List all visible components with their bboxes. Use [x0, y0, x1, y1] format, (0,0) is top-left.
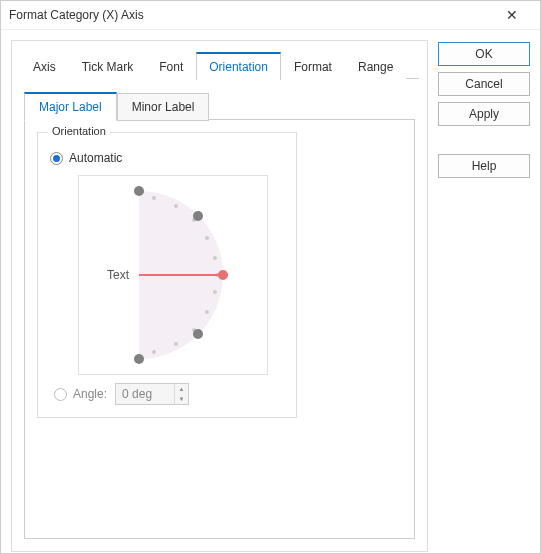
close-button[interactable]: ✕ [492, 1, 532, 29]
svg-point-13 [218, 270, 228, 280]
button-column: OK Cancel Apply Help [438, 40, 530, 552]
radio-angle[interactable]: Angle: [54, 387, 107, 401]
radio-automatic-indicator [50, 152, 63, 165]
tab-orientation[interactable]: Orientation [196, 52, 281, 80]
svg-point-14 [193, 329, 203, 339]
svg-point-11 [134, 186, 144, 196]
tab-tick-mark[interactable]: Tick Mark [69, 53, 147, 80]
format-axis-dialog: Format Category (X) Axis ✕ Axis Tick Mar… [0, 0, 541, 554]
radio-angle-label: Angle: [73, 387, 107, 401]
spinner-arrows: ▲ ▼ [174, 384, 188, 404]
tab-body: Major Label Minor Label Orientation Auto… [20, 79, 419, 543]
apply-button[interactable]: Apply [438, 102, 530, 126]
top-tabs: Axis Tick Mark Font Orientation Format R… [20, 51, 419, 79]
subtab-body: Orientation Automatic [24, 119, 415, 539]
close-icon: ✕ [506, 7, 518, 23]
help-button[interactable]: Help [438, 154, 530, 178]
radio-automatic[interactable]: Automatic [50, 151, 284, 165]
main-panel: Axis Tick Mark Font Orientation Format R… [11, 40, 428, 552]
angle-input[interactable] [116, 384, 174, 404]
orientation-group: Orientation Automatic [37, 132, 297, 418]
titlebar: Format Category (X) Axis ✕ [1, 1, 540, 30]
svg-point-3 [205, 236, 209, 240]
svg-point-0 [152, 196, 156, 200]
svg-point-7 [205, 310, 209, 314]
dialog-title: Format Category (X) Axis [9, 8, 492, 22]
svg-point-4 [213, 256, 217, 260]
cancel-button[interactable]: Cancel [438, 72, 530, 96]
dial-svg: Text [79, 176, 267, 374]
tab-format[interactable]: Format [281, 53, 345, 80]
spinner-up[interactable]: ▲ [175, 384, 188, 394]
group-title: Orientation [48, 125, 110, 137]
orientation-dial[interactable]: Text [78, 175, 268, 375]
radio-angle-row: Angle: ▲ ▼ [54, 383, 284, 405]
sub-tabs: Major Label Minor Label [24, 91, 415, 120]
svg-point-1 [174, 204, 178, 208]
angle-spinner[interactable]: ▲ ▼ [115, 383, 189, 405]
svg-text:Text: Text [107, 268, 130, 282]
svg-point-15 [134, 354, 144, 364]
tab-axis[interactable]: Axis [20, 53, 69, 80]
radio-automatic-label: Automatic [69, 151, 122, 165]
tab-range[interactable]: Range [345, 53, 406, 80]
dialog-content: Axis Tick Mark Font Orientation Format R… [1, 30, 540, 554]
svg-point-10 [152, 350, 156, 354]
svg-point-12 [193, 211, 203, 221]
svg-point-9 [174, 342, 178, 346]
subtab-major-label[interactable]: Major Label [24, 92, 117, 121]
spinner-down[interactable]: ▼ [175, 394, 188, 404]
svg-point-6 [213, 290, 217, 294]
radio-angle-indicator [54, 388, 67, 401]
subtab-minor-label[interactable]: Minor Label [117, 93, 210, 121]
ok-button[interactable]: OK [438, 42, 530, 66]
button-gap [438, 132, 530, 148]
tab-font[interactable]: Font [146, 53, 196, 80]
